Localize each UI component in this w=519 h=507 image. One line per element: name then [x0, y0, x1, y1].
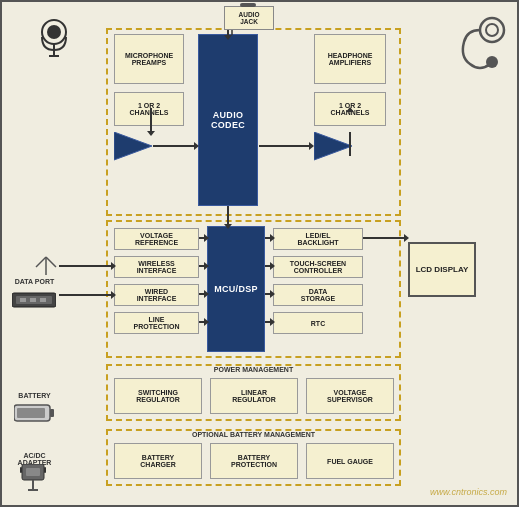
arrowhead-rtc — [270, 318, 275, 326]
arrowhead-codec-left — [194, 142, 199, 150]
arrow-antenna-to-wireless — [59, 265, 114, 267]
svg-rect-12 — [30, 298, 36, 302]
lcd-display-label: LCD DISPLAY — [416, 265, 469, 274]
svg-point-3 — [47, 25, 61, 39]
ac-dc-adapter-icon — [16, 464, 50, 492]
arrowhead-storage — [270, 290, 275, 298]
svg-rect-24 — [20, 467, 22, 473]
voltage-supervisor-block: VOLTAGE SUPERVISOR — [306, 378, 394, 414]
led-backlight-block: LED/EL BACKLIGHT — [273, 228, 363, 250]
audio-codec-label: AUDIO CODEC — [211, 110, 245, 130]
linear-regulator-block: LINEAR REGULATOR — [210, 378, 298, 414]
switching-regulator-block: SWITCHING REGULATOR — [114, 378, 202, 414]
battery-charger-block: BATTERY CHARGER — [114, 443, 202, 479]
voltage-reference-block: VOLTAGE REFERENCE — [114, 228, 199, 250]
mic-channels-block: 1 OR 2 CHANNELS — [114, 92, 184, 126]
arrowhead-down-audiojack — [224, 35, 232, 40]
line-protection-block: LINE PROTECTION — [114, 312, 199, 334]
svg-rect-25 — [44, 467, 46, 473]
headphone-amplifiers-block: HEADPHONE AMPLIFIERS — [314, 34, 386, 84]
led-backlight-label: LED/EL BACKLIGHT — [297, 232, 338, 246]
arrowhead-wired-ext — [111, 291, 116, 299]
mic-amp-triangle — [114, 132, 154, 162]
arrowhead-vref — [204, 234, 209, 242]
battery-icon — [14, 402, 54, 424]
arrowhead-mcu-down — [224, 224, 232, 229]
svg-rect-11 — [20, 298, 26, 302]
mic-channels-label: 1 OR 2 CHANNELS — [130, 102, 169, 116]
lcd-display-block: LCD DISPLAY — [408, 242, 476, 297]
voltage-reference-label: VOLTAGE REFERENCE — [135, 232, 178, 246]
battery-label: BATTERY — [7, 392, 62, 399]
arrowhead-line — [204, 318, 209, 326]
svg-point-8 — [486, 56, 498, 68]
audio-jack-label: AUDIO JACK — [239, 11, 260, 25]
svg-line-15 — [36, 257, 46, 267]
svg-rect-19 — [17, 408, 45, 418]
mcu-dsp-label: MCU/DSP — [214, 284, 258, 294]
watermark: www.cntronics.com — [430, 487, 507, 497]
microphone-preamps-block: MICROPHONE PREAMPS — [114, 34, 184, 84]
svg-line-16 — [46, 257, 56, 267]
stethoscope-icon — [442, 12, 507, 82]
main-diagram: AUDIO JACK MICROPHONE PREAMPS 1 OR 2 CHA… — [0, 0, 519, 507]
data-port-icon — [12, 290, 56, 310]
arrowhead-led — [270, 234, 275, 242]
optional-battery-label: OPTIONAL BATTERY MANAGEMENT — [106, 429, 401, 438]
svg-rect-18 — [50, 409, 54, 417]
wired-interface-block: WIRED INTERFACE — [114, 284, 199, 306]
arrowhead-hp-amp — [309, 142, 314, 150]
touch-screen-controller-label: TOUCH-SCREEN CONTROLLER — [290, 260, 346, 274]
audio-codec-block: AUDIO CODEC — [198, 34, 258, 206]
wired-interface-label: WIRED INTERFACE — [137, 288, 177, 302]
arrowhead-hp-ch — [346, 107, 354, 112]
data-storage-block: DATA STORAGE — [273, 284, 363, 306]
arrow-amp-to-codec — [153, 145, 197, 147]
arrowhead-wireless-ext — [111, 262, 116, 270]
voltage-supervisor-label: VOLTAGE SUPERVISOR — [327, 389, 373, 403]
fuel-gauge-label: FUEL GAUGE — [327, 458, 373, 465]
arrowhead-mic-amp — [147, 131, 155, 136]
arrow-codec-to-hp-amp — [259, 145, 312, 147]
arrow-codec-to-mcu — [227, 206, 229, 226]
battery-charger-label: BATTERY CHARGER — [140, 454, 175, 468]
audio-jack-icon — [240, 3, 256, 7]
microphone-icon — [24, 12, 84, 72]
arrow-dataport-to-wired — [59, 294, 114, 296]
svg-point-6 — [480, 18, 504, 42]
rtc-label: RTC — [311, 320, 325, 327]
line-protection-label: LINE PROTECTION — [134, 316, 180, 330]
arrowhead-wired — [204, 290, 209, 298]
switching-regulator-label: SWITCHING REGULATOR — [136, 389, 180, 403]
linear-regulator-label: LINEAR REGULATOR — [232, 389, 276, 403]
svg-rect-13 — [40, 298, 46, 302]
wireless-interface-block: WIRELESS INTERFACE — [114, 256, 199, 278]
svg-marker-0 — [114, 132, 152, 160]
microphone-preamps-label: MICROPHONE PREAMPS — [125, 52, 173, 66]
rtc-block: RTC — [273, 312, 363, 334]
touch-screen-controller-block: TOUCH-SCREEN CONTROLLER — [273, 256, 363, 278]
svg-marker-1 — [314, 132, 352, 160]
svg-rect-21 — [26, 468, 40, 476]
battery-protection-label: BATTERY PROTECTION — [231, 454, 277, 468]
power-management-label: POWER MANAGEMENT — [106, 364, 401, 373]
wireless-interface-label: WIRELESS INTERFACE — [137, 260, 177, 274]
antenna-icon — [34, 247, 58, 277]
data-storage-label: DATA STORAGE — [301, 288, 336, 302]
arrow-led-to-lcd — [363, 237, 407, 239]
arrow-mic-ch-to-amp — [150, 108, 152, 132]
arrowhead-lcd — [404, 234, 409, 242]
battery-protection-block: BATTERY PROTECTION — [210, 443, 298, 479]
headphone-amplifiers-label: HEADPHONE AMPLIFIERS — [328, 52, 373, 66]
fuel-gauge-block: FUEL GAUGE — [306, 443, 394, 479]
arrowhead-wireless — [204, 262, 209, 270]
audio-jack-block: AUDIO JACK — [224, 6, 274, 30]
hp-amp-triangle — [314, 132, 354, 162]
arrow-hp-amp-to-ch — [349, 132, 351, 156]
svg-point-7 — [486, 24, 498, 36]
mcu-dsp-block: MCU/DSP — [207, 226, 265, 352]
arrowhead-touch — [270, 262, 275, 270]
data-port-label: DATA PORT — [7, 278, 62, 285]
